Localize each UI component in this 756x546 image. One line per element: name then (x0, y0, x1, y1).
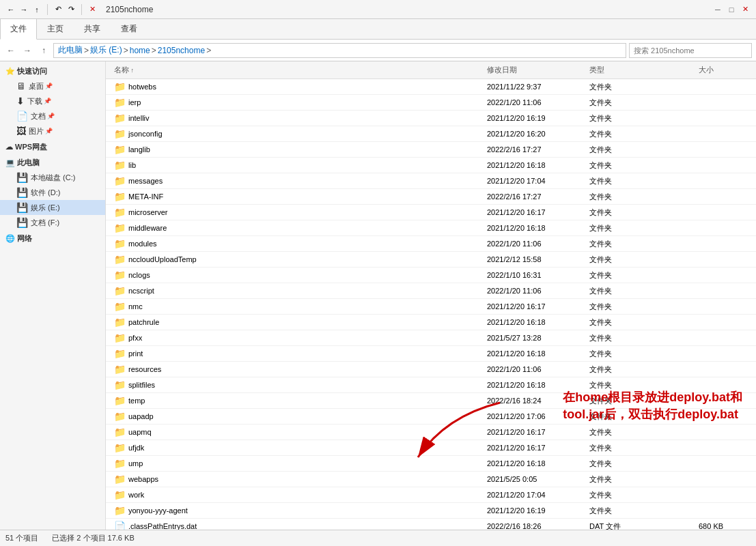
file-modified-cell: 2021/12/20 17:04 (484, 175, 587, 186)
file-size-cell (696, 305, 751, 308)
file-name-label: lib (128, 161, 136, 169)
folder-icon: 📁 (114, 332, 126, 343)
tab-file[interactable]: 文件 (0, 18, 37, 40)
table-row[interactable]: 📁 patchrule 2021/12/20 16:18 文件夹 (106, 315, 756, 330)
table-row[interactable]: 📁 messages 2021/12/20 17:04 文件夹 (106, 173, 756, 189)
table-row[interactable]: 📁 temp 2022/2/16 18:24 文件夹 (106, 393, 756, 409)
minimize-icon[interactable]: ─ (712, 4, 723, 15)
file-name-label: hotwebs (128, 83, 156, 91)
sidebar-header-thispc[interactable]: 💻 此电脑 (0, 156, 105, 170)
file-name-cell: 📁 nccloudUploadTemp (111, 253, 484, 266)
table-row[interactable]: 📁 ump 2021/12/20 16:18 文件夹 (106, 456, 756, 472)
tab-share[interactable]: 共享 (74, 18, 111, 40)
table-row[interactable]: 📁 hotwebs 2021/11/22 9:37 文件夹 (106, 79, 756, 95)
path-computer[interactable]: 此电脑 (58, 44, 83, 56)
window-controls[interactable]: ← → ↑ ↶ ↷ ✕ (5, 4, 98, 15)
table-row[interactable]: 📁 microserver 2021/12/20 16:17 文件夹 (106, 205, 756, 220)
sidebar-header-network[interactable]: 🌐 网络 (0, 231, 105, 246)
table-row[interactable]: 📁 ufjdk 2021/12/20 16:17 文件夹 (106, 440, 756, 456)
undo-icon[interactable]: ↶ (53, 4, 64, 15)
file-type-cell: 文件夹 (587, 112, 696, 125)
col-modified[interactable]: 修改日期 (484, 63, 587, 77)
folder-icon: 📁 (114, 505, 126, 516)
sidebar-item-pictures[interactable]: 🖼 图片 📌 (0, 124, 105, 139)
up-icon[interactable]: ↑ (31, 4, 42, 15)
file-modified-cell: 2022/2/16 18:24 (484, 395, 587, 406)
maximize-icon[interactable]: □ (726, 4, 737, 15)
nav-forward-button[interactable]: → (20, 44, 34, 57)
file-name-cell: 📁 hotwebs (111, 80, 484, 94)
file-type-cell: 文件夹 (587, 363, 696, 376)
file-size-cell (696, 446, 751, 449)
sidebar-item-c[interactable]: 💾 本地磁盘 (C:) (0, 170, 105, 185)
sidebar-item-e[interactable]: 💾 娱乐 (E:) (0, 200, 105, 215)
table-row[interactable]: 📁 lib 2021/12/20 16:18 文件夹 (106, 158, 756, 173)
file-modified-cell: 2021/12/20 16:17 (484, 207, 587, 218)
file-name-cell: 📁 resources (111, 362, 484, 376)
table-row[interactable]: 📁 work 2021/12/20 17:04 文件夹 (106, 487, 756, 503)
table-row[interactable]: 📁 pfxx 2021/5/27 13:28 文件夹 (106, 330, 756, 346)
table-row[interactable]: 📁 middleware 2021/12/20 16:18 文件夹 (106, 220, 756, 236)
table-row[interactable]: 📁 print 2021/12/20 16:18 文件夹 (106, 346, 756, 362)
table-row[interactable]: 📁 nccloudUploadTemp 2021/2/12 15:58 文件夹 (106, 252, 756, 268)
tab-view[interactable]: 查看 (111, 18, 148, 40)
close-icon[interactable]: ✕ (87, 4, 98, 15)
table-row[interactable]: 📁 resources 2022/1/20 11:06 文件夹 (106, 362, 756, 377)
search-input[interactable] (629, 43, 752, 58)
table-row[interactable]: 📁 uapadp 2021/12/20 17:06 文件夹 (106, 409, 756, 425)
col-type[interactable]: 类型 (587, 63, 696, 77)
window-close-icon[interactable]: ✕ (740, 4, 751, 15)
table-row[interactable]: 📁 webapps 2021/5/25 0:05 文件夹 (106, 472, 756, 487)
sidebar-header-wps[interactable]: ☁ WPS网盘 (0, 140, 105, 154)
col-size[interactable]: 大小 (696, 63, 751, 77)
pin-icon-docs: 📌 (47, 113, 55, 119)
table-row[interactable]: 📁 nmc 2021/12/20 16:17 文件夹 (106, 299, 756, 315)
path-current[interactable]: 2105nchome (158, 46, 205, 55)
table-row[interactable]: 📁 modules 2022/1/20 11:06 文件夹 (106, 236, 756, 252)
sidebar-header-quickaccess[interactable]: ⭐ 快速访问 (0, 64, 105, 78)
file-modified-cell: 2022/1/20 11:06 (484, 97, 587, 108)
sidebar-item-d[interactable]: 💾 软件 (D:) (0, 185, 105, 200)
folder-icon: 📁 (114, 285, 126, 296)
file-name-cell: 📁 microserver (111, 205, 484, 219)
path-home[interactable]: home (130, 46, 150, 55)
status-bar: 51 个项目 已选择 2 个项目 17.6 KB (0, 530, 756, 546)
table-row[interactable]: 📁 intelliv 2021/12/20 16:19 文件夹 (106, 111, 756, 126)
redo-icon[interactable]: ↷ (66, 4, 76, 15)
col-name[interactable]: 名称 (111, 63, 484, 77)
sidebar-item-downloads[interactable]: ⬇ 下载 📌 (0, 94, 105, 109)
table-row[interactable]: 📁 yonyou-yyy-agent 2021/12/20 16:19 文件夹 (106, 503, 756, 519)
table-row[interactable]: 📁 jsonconfig 2021/12/20 16:20 文件夹 (106, 126, 756, 142)
path-drive[interactable]: 娱乐 (E:) (90, 44, 122, 56)
sidebar-item-f[interactable]: 💾 文档 (F:) (0, 215, 105, 230)
table-row[interactable]: 📁 ncscript 2022/1/20 11:06 文件夹 (106, 283, 756, 299)
table-row[interactable]: 📁 uapmq 2021/12/20 16:17 文件夹 (106, 425, 756, 440)
tab-home[interactable]: 主页 (37, 18, 74, 40)
forward-icon[interactable]: → (18, 4, 29, 15)
file-name-label: patchrule (128, 318, 159, 326)
table-row[interactable]: 📁 ierp 2022/1/20 11:06 文件夹 (106, 95, 756, 111)
nav-back-button[interactable]: ← (4, 44, 18, 57)
table-row[interactable]: 📁 splitfiles 2021/12/20 16:18 文件夹 (106, 377, 756, 393)
file-modified-cell: 2021/12/20 16:19 (484, 113, 587, 124)
file-name-label: ump (128, 459, 143, 468)
table-row[interactable]: 📁 META-INF 2022/2/16 17:27 文件夹 (106, 189, 756, 205)
sidebar-item-desktop[interactable]: 🖥 桌面 📌 (0, 78, 105, 94)
file-name-label: ierp (128, 98, 141, 106)
file-type-cell: 文件夹 (587, 253, 696, 266)
file-type-cell: 文件夹 (587, 206, 696, 219)
table-row[interactable]: 📁 langlib 2022/2/16 17:27 文件夹 (106, 142, 756, 158)
address-path[interactable]: 此电脑 > 娱乐 (E:) > home > 2105nchome > (53, 43, 626, 58)
file-name-label: uapadp (128, 412, 154, 420)
nav-up-button[interactable]: ↑ (37, 44, 51, 57)
back-icon[interactable]: ← (5, 4, 16, 15)
table-row[interactable]: 📁 nclogs 2022/1/10 16:31 文件夹 (106, 268, 756, 283)
file-modified-cell: 2022/2/16 17:27 (484, 144, 587, 155)
sidebar-item-documents[interactable]: 📄 文档 📌 (0, 109, 105, 124)
sidebar: ⭐ 快速访问 🖥 桌面 📌 ⬇ 下载 📌 📄 文档 📌 🖼 (0, 61, 106, 530)
table-row[interactable]: 📄 .classPathEntrys.dat 2022/2/16 18:26 D… (106, 519, 756, 530)
file-type-cell: 文件夹 (587, 222, 696, 235)
file-type-cell: 文件夹 (587, 332, 696, 345)
file-name-cell: 📁 ierp (111, 96, 484, 109)
file-modified-cell: 2021/12/20 16:18 (484, 222, 587, 233)
